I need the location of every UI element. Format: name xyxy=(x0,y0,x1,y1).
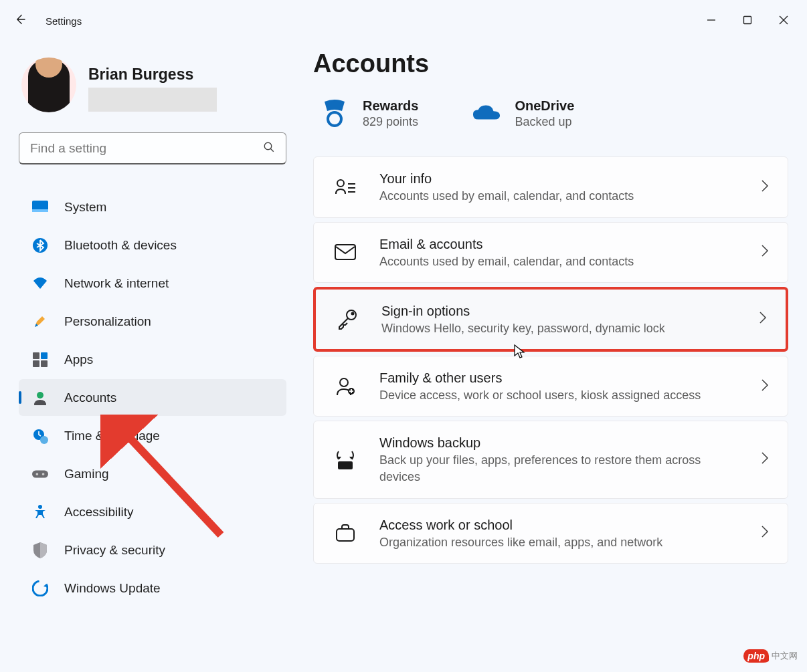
tile-title: Rewards xyxy=(363,97,418,114)
watermark-logo: php xyxy=(743,649,769,663)
svg-rect-10 xyxy=(41,352,48,359)
sidebar-item-privacy[interactable]: Privacy & security xyxy=(19,532,286,568)
svg-point-13 xyxy=(37,392,43,399)
svg-rect-16 xyxy=(32,470,48,477)
apps-icon xyxy=(32,352,48,368)
tile-title: OneDrive xyxy=(515,97,574,114)
sidebar-item-accessibility[interactable]: Accessibility xyxy=(19,493,286,530)
system-icon xyxy=(32,199,48,215)
svg-point-17 xyxy=(36,473,39,475)
briefcase-icon xyxy=(333,520,358,546)
avatar xyxy=(21,58,76,112)
sidebar-item-label: Accounts xyxy=(64,390,116,405)
sidebar-item-system[interactable]: System xyxy=(19,189,286,225)
back-button[interactable] xyxy=(13,13,27,29)
row-sub: Back up your files, apps, preferences to… xyxy=(379,452,739,485)
row-sub: Windows Hello, security key, password, d… xyxy=(381,320,737,337)
key-icon xyxy=(335,306,360,332)
tile-sub: 829 points xyxy=(363,114,418,130)
svg-point-15 xyxy=(40,436,48,444)
row-sub: Organization resources like email, apps,… xyxy=(379,534,739,551)
update-icon xyxy=(32,580,48,596)
sidebar-item-label: Network & internet xyxy=(64,276,169,291)
tile-rewards[interactable]: Rewards 829 points xyxy=(320,97,418,130)
row-family-other-users[interactable]: Family & other users Device access, work… xyxy=(313,356,788,417)
svg-point-19 xyxy=(38,505,42,509)
row-title: Your info xyxy=(379,169,739,188)
bluetooth-icon xyxy=(32,237,48,253)
svg-point-4 xyxy=(264,142,272,150)
chevron-right-icon xyxy=(761,378,769,395)
status-tiles: Rewards 829 points OneDrive Backed up xyxy=(313,97,788,130)
search-icon xyxy=(263,141,275,156)
sidebar-item-accounts[interactable]: Accounts xyxy=(19,379,286,416)
chevron-right-icon xyxy=(759,311,767,327)
family-icon xyxy=(333,374,358,399)
svg-point-28 xyxy=(352,313,354,315)
svg-point-29 xyxy=(340,378,348,386)
sidebar-item-label: Time & language xyxy=(64,429,160,443)
row-email-accounts[interactable]: Email & accounts Accounts used by email,… xyxy=(313,222,788,283)
shield-icon xyxy=(32,542,48,558)
row-title: Sign-in options xyxy=(381,302,737,320)
search-box[interactable] xyxy=(19,132,286,164)
backup-icon xyxy=(333,447,358,472)
svg-rect-7 xyxy=(32,209,48,212)
sidebar-item-label: Personalization xyxy=(64,314,151,329)
sidebar-item-label: System xyxy=(64,200,106,215)
maximize-button[interactable] xyxy=(743,15,752,27)
page-title: Accounts xyxy=(313,49,788,78)
sidebar-item-gaming[interactable]: Gaming xyxy=(19,455,286,492)
sidebar-item-label: Windows Update xyxy=(64,581,161,596)
row-title: Windows backup xyxy=(379,433,739,452)
svg-line-5 xyxy=(270,148,274,152)
tile-onedrive[interactable]: OneDrive Backed up xyxy=(472,97,574,130)
sidebar-nav: System Bluetooth & devices Network & int… xyxy=(19,189,286,606)
sidebar-item-apps[interactable]: Apps xyxy=(19,341,286,378)
sidebar-item-time-language[interactable]: Time & language xyxy=(19,417,286,454)
sidebar-item-label: Apps xyxy=(64,352,93,367)
row-access-work-school[interactable]: Access work or school Organization resou… xyxy=(313,503,788,564)
row-title: Family & other users xyxy=(379,368,739,387)
profile-email-redacted xyxy=(88,88,217,112)
accessibility-icon xyxy=(32,504,48,520)
svg-point-20 xyxy=(33,581,48,596)
chevron-right-icon xyxy=(761,244,769,260)
profile-name: Brian Burgess xyxy=(88,66,217,84)
svg-point-22 xyxy=(337,180,344,187)
svg-rect-26 xyxy=(335,245,355,259)
svg-rect-1 xyxy=(744,16,751,23)
titlebar: Settings xyxy=(0,0,807,41)
mail-icon xyxy=(333,239,358,265)
svg-rect-9 xyxy=(33,352,39,359)
sidebar-item-bluetooth[interactable]: Bluetooth & devices xyxy=(19,227,286,263)
svg-point-27 xyxy=(347,310,356,320)
svg-rect-11 xyxy=(33,360,39,367)
window-title: Settings xyxy=(46,15,82,27)
svg-rect-34 xyxy=(340,463,351,467)
sidebar-item-label: Accessibility xyxy=(64,505,133,520)
svg-rect-35 xyxy=(337,529,354,541)
sidebar-item-personalization[interactable]: Personalization xyxy=(19,303,286,340)
minimize-button[interactable] xyxy=(707,15,716,27)
row-title: Email & accounts xyxy=(379,235,739,253)
sidebar-item-network[interactable]: Network & internet xyxy=(19,265,286,302)
chevron-right-icon xyxy=(761,451,769,467)
sidebar-item-label: Bluetooth & devices xyxy=(64,238,177,253)
tile-sub: Backed up xyxy=(515,114,574,130)
your-info-icon xyxy=(333,175,358,200)
rewards-icon xyxy=(320,99,349,128)
sidebar-item-windows-update[interactable]: Windows Update xyxy=(19,570,286,606)
sidebar-item-label: Privacy & security xyxy=(64,543,165,558)
search-input[interactable] xyxy=(30,141,263,156)
profile-block[interactable]: Brian Burgess xyxy=(19,58,286,112)
chevron-right-icon xyxy=(761,179,769,195)
clock-globe-icon xyxy=(32,428,48,444)
close-button[interactable] xyxy=(779,15,788,27)
chevron-right-icon xyxy=(761,525,769,541)
row-sign-in-options[interactable]: Sign-in options Windows Hello, security … xyxy=(313,287,788,352)
row-windows-backup[interactable]: Windows backup Back up your files, apps,… xyxy=(313,421,788,498)
row-your-info[interactable]: Your info Accounts used by email, calend… xyxy=(313,156,788,217)
wifi-icon xyxy=(32,275,48,292)
row-sub: Device access, work or school users, kio… xyxy=(379,387,739,404)
